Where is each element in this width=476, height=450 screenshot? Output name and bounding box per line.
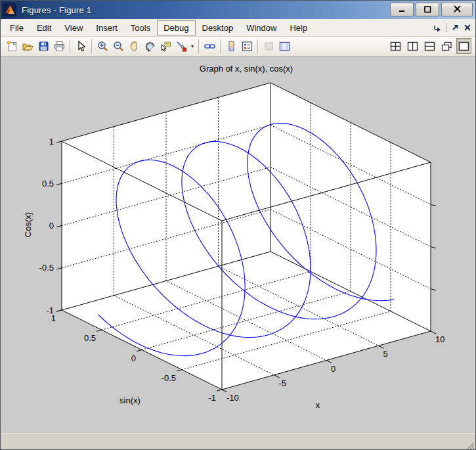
hide-plot-tools-button xyxy=(261,39,276,55)
window-layout-buttons xyxy=(388,38,471,54)
resize-grip-icon[interactable] xyxy=(465,441,475,450)
title-bar[interactable]: Figures - Figure 1 xyxy=(1,1,475,19)
window-controls xyxy=(390,3,473,16)
pan-button[interactable] xyxy=(126,39,142,55)
save-figure-button[interactable] xyxy=(35,39,51,55)
toolbar-separator xyxy=(91,39,92,53)
z-axis-label: Cos(x) xyxy=(23,212,33,237)
print-figure-button[interactable] xyxy=(51,39,67,55)
window-title: Figures - Figure 1 xyxy=(22,5,91,15)
y-axis-label: sin(x) xyxy=(119,395,141,405)
svg-text:-0.5: -0.5 xyxy=(162,373,176,383)
pointer-icon xyxy=(75,40,87,53)
maximize-icon xyxy=(423,4,431,16)
zoom-out-icon xyxy=(112,40,125,53)
svg-text:-0.5: -0.5 xyxy=(39,263,54,273)
menu-item-debug[interactable]: Debug xyxy=(157,20,195,35)
insert-colorbar-button[interactable] xyxy=(223,39,239,55)
close-icon xyxy=(453,4,462,16)
zoom-in-button[interactable] xyxy=(95,39,110,55)
toolbar-separator xyxy=(70,39,70,53)
colorbar-icon xyxy=(225,40,238,53)
menu-item-window[interactable]: Window xyxy=(240,20,283,35)
svg-text:0: 0 xyxy=(49,221,54,231)
svg-text:-5: -5 xyxy=(279,378,287,388)
rotate-3d-icon xyxy=(144,40,156,53)
axes-3d[interactable]: 10.50-0.5-110.50-0.5-1-10-50510Cos(x)sin… xyxy=(1,56,476,433)
toolbar-separator xyxy=(198,39,199,53)
cascade-icon xyxy=(441,41,452,51)
new-figure-icon xyxy=(6,40,18,53)
svg-text:-1: -1 xyxy=(208,393,216,403)
matlab-icon xyxy=(3,3,16,16)
menu-bar: FileEditViewInsertToolsDebugDesktopWindo… xyxy=(1,19,475,37)
figure-undock-icon[interactable] xyxy=(451,24,459,32)
layout-grid-button[interactable] xyxy=(388,38,403,54)
figures-window: Figures - Figure 1 FileEditViewInsertToo… xyxy=(0,0,476,450)
menu-item-edit[interactable]: Edit xyxy=(30,20,58,35)
menu-item-desktop[interactable]: Desktop xyxy=(196,20,240,35)
open-file-button[interactable] xyxy=(20,39,35,55)
single-window-icon xyxy=(458,41,469,51)
layout-cascade-button[interactable] xyxy=(439,38,454,54)
print-icon xyxy=(53,40,66,53)
figure-close-icon[interactable] xyxy=(464,24,471,32)
link-plot-button[interactable] xyxy=(202,39,217,55)
zoom-in-icon xyxy=(97,40,109,53)
legend-icon xyxy=(241,40,253,53)
zoom-out-button[interactable] xyxy=(110,39,126,55)
minimize-icon xyxy=(398,4,406,16)
separator xyxy=(446,23,446,32)
svg-text:5: 5 xyxy=(383,349,388,359)
menu-item-view[interactable]: View xyxy=(58,20,89,35)
show-plot-tools-icon xyxy=(278,40,291,53)
brush-icon xyxy=(175,40,188,53)
hand-icon xyxy=(128,40,141,53)
svg-text:-10: -10 xyxy=(227,393,239,403)
svg-text:1: 1 xyxy=(49,137,54,146)
brush-data-button[interactable] xyxy=(173,39,189,55)
close-button[interactable] xyxy=(441,3,473,16)
minimize-button[interactable] xyxy=(390,3,414,16)
layout-single-button[interactable] xyxy=(456,38,471,54)
data-cursor-icon xyxy=(160,40,172,53)
menu-item-insert[interactable]: Insert xyxy=(89,20,124,35)
save-icon xyxy=(37,40,50,53)
toolbar-separator xyxy=(220,39,221,53)
grid-2x2-icon xyxy=(390,41,401,51)
figure-pane-controls xyxy=(433,19,471,36)
link-icon xyxy=(204,40,216,53)
layout-rows-button[interactable] xyxy=(422,38,437,54)
menu-item-tools[interactable]: Tools xyxy=(124,20,157,35)
rotate-3d-button[interactable] xyxy=(142,39,158,55)
figure-dock-icon[interactable] xyxy=(433,24,441,32)
svg-text:0: 0 xyxy=(331,364,335,374)
svg-text:0.5: 0.5 xyxy=(42,179,54,189)
open-folder-icon xyxy=(22,40,34,53)
split-rows-icon xyxy=(424,41,435,51)
layout-columns-button[interactable] xyxy=(405,38,420,54)
figure-canvas: 10.50-0.5-110.50-0.5-1-10-50510Cos(x)sin… xyxy=(1,56,475,433)
plot-title: Graph of x, sin(x), cos(x) xyxy=(200,64,293,74)
menu-item-help[interactable]: Help xyxy=(283,20,314,35)
figure-toolbar: ▾ xyxy=(1,37,475,56)
svg-text:0: 0 xyxy=(131,353,136,363)
split-columns-icon xyxy=(407,41,418,51)
edit-plot-button[interactable] xyxy=(73,39,89,55)
insert-legend-button[interactable] xyxy=(239,39,255,55)
svg-text:1: 1 xyxy=(51,313,56,323)
show-plot-tools-button[interactable] xyxy=(276,39,292,55)
menu-item-file[interactable]: File xyxy=(3,20,30,35)
hide-plot-tools-icon xyxy=(263,40,275,53)
svg-text:10: 10 xyxy=(435,334,444,344)
maximize-button[interactable] xyxy=(416,3,439,16)
data-cursor-button[interactable] xyxy=(158,39,173,55)
toolbar-separator xyxy=(257,39,258,53)
status-bar xyxy=(1,433,475,450)
brush-data-button-dropdown[interactable]: ▾ xyxy=(189,39,196,55)
new-figure-button[interactable] xyxy=(4,39,20,55)
x-axis-label: x xyxy=(316,400,320,410)
svg-text:0.5: 0.5 xyxy=(84,333,96,343)
